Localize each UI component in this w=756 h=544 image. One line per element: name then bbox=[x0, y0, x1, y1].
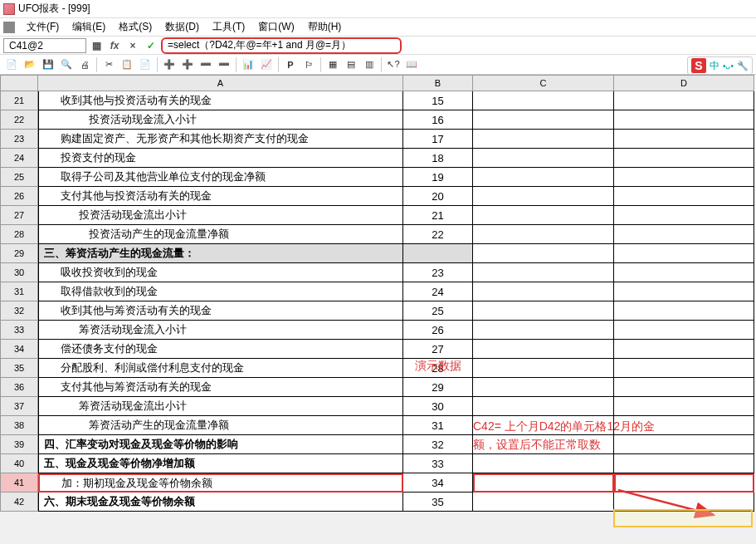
menu-window[interactable]: 窗口(W) bbox=[251, 18, 300, 36]
col-header-c[interactable]: C bbox=[473, 75, 614, 91]
cell-d[interactable] bbox=[614, 416, 754, 435]
col-header-a[interactable]: A bbox=[38, 75, 403, 91]
cell-b[interactable]: 21 bbox=[403, 206, 473, 225]
cell-b[interactable]: 34 bbox=[403, 473, 473, 493]
row-header[interactable]: 41 bbox=[0, 473, 38, 493]
cell-a[interactable]: 分配股利、利润或偿付利息支付的现金 bbox=[38, 359, 403, 378]
delete-row-icon[interactable]: ➖ bbox=[198, 56, 214, 73]
preview-icon[interactable]: 🔍 bbox=[58, 56, 75, 73]
filter-icon[interactable]: ▥ bbox=[361, 56, 378, 73]
delete-col-icon[interactable]: ➖ bbox=[216, 56, 232, 73]
accept-formula-button[interactable]: ✓ bbox=[144, 39, 158, 52]
col-header-b[interactable]: B bbox=[403, 75, 473, 91]
cell-b[interactable]: 20 bbox=[403, 187, 473, 206]
save-icon[interactable]: 💾 bbox=[40, 56, 56, 73]
cell-c[interactable] bbox=[473, 130, 614, 149]
cell-c[interactable] bbox=[473, 473, 614, 493]
cell-c[interactable] bbox=[473, 225, 614, 244]
chart2-icon[interactable]: 📈 bbox=[258, 56, 275, 73]
book-icon[interactable]: 📖 bbox=[403, 56, 420, 73]
cell-c[interactable] bbox=[473, 340, 614, 359]
cell-b[interactable] bbox=[403, 244, 473, 263]
menu-help[interactable]: 帮助(H) bbox=[301, 18, 349, 36]
row-header[interactable]: 37 bbox=[0, 397, 38, 416]
cell-d[interactable] bbox=[614, 244, 754, 263]
row-header[interactable]: 29 bbox=[0, 244, 38, 263]
cell-a[interactable]: 筹资活动产生的现金流量净额 bbox=[38, 416, 403, 435]
row-header[interactable]: 39 bbox=[0, 435, 38, 454]
cell-c[interactable] bbox=[473, 91, 614, 110]
cell-d[interactable] bbox=[614, 301, 754, 321]
formula-input[interactable]: =select（?D42,年@=年+1 and 月@=月） bbox=[161, 37, 402, 54]
cell-a[interactable]: 吸收投资收到的现金 bbox=[38, 263, 403, 282]
row-header[interactable]: 22 bbox=[0, 110, 38, 130]
cell-d[interactable] bbox=[614, 91, 754, 110]
cell-c[interactable] bbox=[473, 359, 614, 378]
cell-b[interactable]: 25 bbox=[403, 301, 473, 321]
cell-c[interactable] bbox=[473, 110, 614, 130]
chart-icon[interactable]: 📊 bbox=[240, 56, 256, 73]
cancel-formula-button[interactable]: × bbox=[126, 39, 139, 52]
cut-icon[interactable]: ✂ bbox=[100, 56, 117, 73]
row-header[interactable]: 21 bbox=[0, 91, 38, 110]
cell-c[interactable] bbox=[473, 321, 614, 340]
cell-c[interactable] bbox=[473, 378, 614, 397]
cell-c[interactable] bbox=[473, 149, 614, 168]
menu-format[interactable]: 格式(S) bbox=[112, 18, 159, 36]
cell-c[interactable] bbox=[473, 187, 614, 206]
cell-a[interactable]: 投资活动现金流入小计 bbox=[38, 110, 403, 130]
row-header[interactable]: 24 bbox=[0, 149, 38, 168]
pointer-icon[interactable]: ↖? bbox=[385, 56, 402, 73]
ime-settings-icon[interactable]: 🔧 bbox=[737, 61, 749, 71]
cell-c[interactable] bbox=[473, 493, 614, 512]
cell-b[interactable]: 23 bbox=[403, 263, 473, 282]
cell-b[interactable]: 30 bbox=[403, 397, 473, 416]
open-icon[interactable]: 📂 bbox=[22, 56, 38, 73]
cell-d[interactable] bbox=[614, 110, 754, 130]
cell-d[interactable] bbox=[614, 263, 754, 282]
cell-d[interactable] bbox=[614, 321, 754, 340]
cell-b[interactable]: 22 bbox=[403, 225, 473, 244]
cell-b[interactable]: 35 bbox=[403, 493, 473, 512]
cell-b[interactable]: 27 bbox=[403, 340, 473, 359]
cell-d[interactable] bbox=[614, 206, 754, 225]
freeze-icon[interactable]: ▦ bbox=[324, 56, 341, 73]
cell-a[interactable]: 筹资活动现金流出小计 bbox=[38, 397, 403, 416]
row-header[interactable]: 42 bbox=[0, 493, 38, 512]
cell-a[interactable]: 取得借款收到的现金 bbox=[38, 282, 403, 301]
cell-d[interactable] bbox=[614, 282, 754, 301]
cell-d[interactable] bbox=[614, 340, 754, 359]
cell-d[interactable] bbox=[614, 397, 754, 416]
cell-d[interactable] bbox=[614, 225, 754, 244]
copy-icon[interactable]: 📋 bbox=[119, 56, 135, 73]
cell-a[interactable]: 支付其他与筹资活动有关的现金 bbox=[38, 378, 403, 397]
col-header-d[interactable]: D bbox=[614, 75, 754, 91]
cell-d[interactable] bbox=[614, 493, 754, 512]
cell-b[interactable]: 32 bbox=[403, 435, 473, 454]
cell-c[interactable] bbox=[473, 244, 614, 263]
menu-file[interactable]: 文件(F) bbox=[20, 18, 66, 36]
row-header[interactable]: 23 bbox=[0, 130, 38, 149]
new-icon[interactable]: 📄 bbox=[3, 56, 20, 73]
fx-button[interactable]: fx bbox=[108, 39, 121, 52]
cell-a[interactable]: 偿还债务支付的现金 bbox=[38, 340, 403, 359]
cell-d[interactable] bbox=[614, 359, 754, 378]
cell-d[interactable] bbox=[614, 435, 754, 454]
cell-c[interactable] bbox=[473, 435, 614, 454]
cell-d[interactable] bbox=[614, 168, 754, 187]
row-header[interactable]: 28 bbox=[0, 225, 38, 244]
cell-c[interactable] bbox=[473, 282, 614, 301]
row-header[interactable]: 27 bbox=[0, 206, 38, 225]
print-icon[interactable]: 🖨 bbox=[76, 56, 93, 73]
insert-row-icon[interactable]: ➕ bbox=[161, 56, 178, 73]
cell-d[interactable] bbox=[614, 378, 754, 397]
cell-a[interactable]: 四、汇率变动对现金及现金等价物的影响 bbox=[38, 435, 403, 454]
cell-b[interactable]: 33 bbox=[403, 454, 473, 473]
cell-a[interactable]: 投资活动产生的现金流量净额 bbox=[38, 225, 403, 244]
row-header[interactable]: 26 bbox=[0, 187, 38, 206]
cell-c[interactable] bbox=[473, 168, 614, 187]
cell-c[interactable] bbox=[473, 301, 614, 321]
cell-a[interactable]: 支付其他与投资活动有关的现金 bbox=[38, 187, 403, 206]
ime-logo-icon[interactable]: S bbox=[691, 58, 706, 73]
cell-a[interactable]: 购建固定资产、无形资产和其他长期资产支付的现金 bbox=[38, 130, 403, 149]
